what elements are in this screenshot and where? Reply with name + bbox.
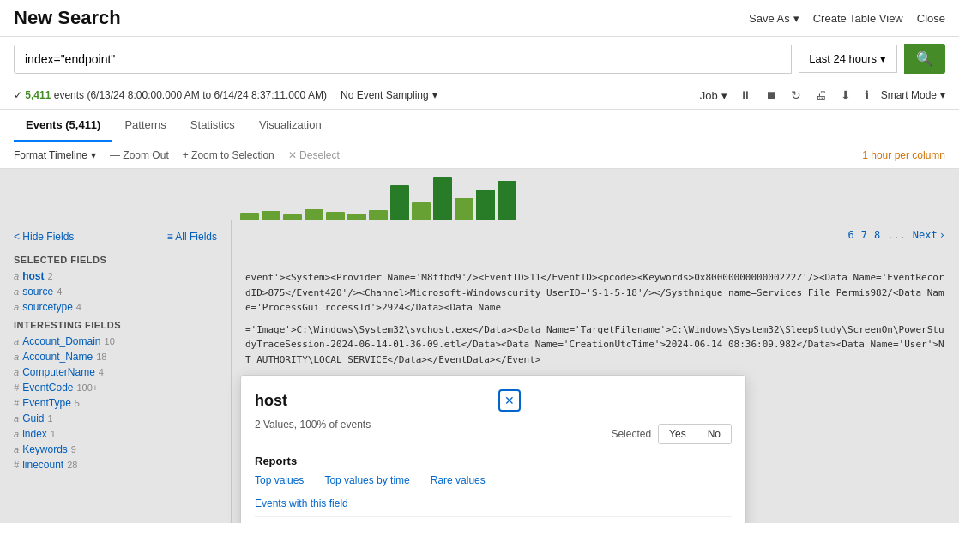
- popup-close-button[interactable]: ✕: [498, 389, 521, 412]
- stop-button[interactable]: ⏹: [763, 87, 779, 104]
- search-bar: Last 24 hours ▾ 🔍: [0, 37, 959, 81]
- popup-header: host ✕: [255, 389, 732, 412]
- tab-statistics[interactable]: Statistics: [178, 110, 247, 142]
- main-content: < Hide Fields ≡ All Fields SELECTED FIEL…: [0, 169, 959, 523]
- selected-label: Selected: [611, 428, 651, 440]
- hour-label: 1 hour per column: [862, 149, 945, 161]
- pause-button[interactable]: ⏸: [738, 87, 753, 104]
- rare-values-link[interactable]: Rare values: [431, 474, 486, 486]
- save-as-button[interactable]: Save As ▾: [749, 12, 799, 25]
- popup-overlay: host ✕ 2 Values, 100% of events Selected…: [0, 169, 959, 523]
- no-button[interactable]: No: [697, 424, 732, 444]
- status-bar: ✓ 5,411 events (6/13/24 8:00:00.000 AM t…: [0, 81, 959, 110]
- tabs: Events (5,411) Patterns Statistics Visua…: [0, 110, 959, 142]
- download-button[interactable]: ⬇: [839, 87, 853, 104]
- events-with-field-link[interactable]: Events with this field: [255, 497, 348, 509]
- timeline-controls: Format Timeline ▾ — Zoom Out + Zoom to S…: [0, 142, 959, 169]
- events-count: ✓ 5,411 events (6/13/24 8:00:00.000 AM t…: [14, 89, 327, 101]
- search-icon: 🔍: [916, 51, 933, 66]
- tab-events[interactable]: Events (5,411): [14, 110, 112, 142]
- chevron-down-icon: ▾: [432, 89, 437, 101]
- chevron-down-icon: ▾: [793, 12, 799, 25]
- popup-report-links: Top values Top values by time Rare value…: [255, 474, 732, 486]
- smart-mode-button[interactable]: Smart Mode ▾: [881, 89, 945, 101]
- time-range-button[interactable]: Last 24 hours ▾: [799, 45, 897, 73]
- zoom-to-selection-button[interactable]: + Zoom to Selection: [183, 149, 274, 161]
- refresh-button[interactable]: ↻: [789, 87, 803, 104]
- create-table-view-button[interactable]: Create Table View: [813, 12, 903, 25]
- tab-visualization[interactable]: Visualization: [247, 110, 334, 142]
- info-button[interactable]: ℹ: [863, 87, 871, 104]
- top-values-link[interactable]: Top values: [255, 474, 304, 486]
- top-bar: New Search Save As ▾ Create Table View C…: [0, 0, 959, 37]
- reports-title: Reports: [255, 455, 732, 467]
- deselect-button[interactable]: ✕ Deselect: [288, 149, 340, 161]
- top-values-by-time-link[interactable]: Top values by time: [324, 474, 409, 486]
- chevron-down-icon: ▾: [880, 52, 886, 65]
- chevron-down-icon: ▾: [721, 89, 727, 102]
- popup-divider: [255, 516, 732, 517]
- yes-button[interactable]: Yes: [658, 424, 697, 444]
- search-input[interactable]: [14, 45, 792, 74]
- search-button[interactable]: 🔍: [904, 44, 945, 74]
- top-bar-actions: Save As ▾ Create Table View Close: [749, 12, 945, 25]
- zoom-out-button[interactable]: — Zoom Out: [110, 149, 169, 161]
- event-sampling-button[interactable]: No Event Sampling ▾: [341, 89, 437, 101]
- chevron-down-icon: ▾: [91, 149, 96, 161]
- format-timeline-button[interactable]: Format Timeline ▾: [14, 149, 96, 161]
- print-button[interactable]: 🖨: [813, 87, 829, 104]
- job-button[interactable]: Job ▾: [700, 89, 727, 102]
- status-actions: Job ▾ ⏸ ⏹ ↻ 🖨 ⬇ ℹ Smart Mode ▾: [700, 87, 945, 104]
- tab-patterns[interactable]: Patterns: [112, 110, 178, 142]
- popup-title: host: [255, 392, 287, 410]
- page-title: New Search: [14, 7, 121, 29]
- chevron-down-icon: ▾: [940, 89, 945, 101]
- host-popup: host ✕ 2 Values, 100% of events Selected…: [240, 375, 746, 523]
- close-button[interactable]: Close: [917, 12, 945, 25]
